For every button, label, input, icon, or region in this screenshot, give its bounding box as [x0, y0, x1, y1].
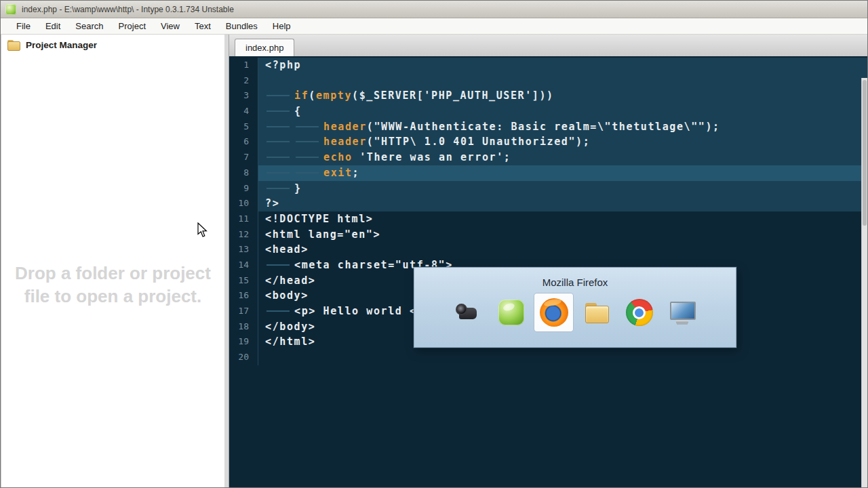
indent-guide — [265, 150, 294, 165]
project-manager-label: Project Manager — [26, 40, 97, 50]
desktop-icon — [668, 299, 696, 326]
alttab-item[interactable] — [577, 293, 616, 331]
tab-label: index.php — [245, 43, 283, 53]
code-line-3[interactable]: 3if(empty($_SERVER['PHP_AUTH_USER'])) — [229, 88, 867, 104]
code-line-12[interactable]: 12<html lang="en"> — [229, 227, 867, 243]
code-line-20[interactable]: 20 — [229, 350, 867, 365]
code-line-1[interactable]: 1<?php — [229, 58, 867, 73]
line-number: 8 — [229, 165, 258, 181]
line-number: 4 — [229, 104, 258, 119]
line-number: 5 — [229, 119, 258, 135]
firefox-icon — [540, 298, 568, 327]
line-number: 9 — [229, 181, 258, 197]
line-number: 18 — [229, 319, 258, 335]
code-line-13[interactable]: 13<head> — [229, 242, 867, 258]
code-line-8[interactable]: 8exit; — [229, 165, 867, 181]
line-number: 15 — [229, 273, 258, 289]
line-number: 14 — [229, 258, 258, 273]
line-number: 1 — [229, 58, 258, 73]
window-title: index.php - E:\wamp\www\http\ - Intype 0… — [22, 5, 234, 14]
line-number: 10 — [229, 196, 258, 211]
project-manager-header[interactable]: Project Manager — [1, 35, 224, 55]
indent-guide — [294, 119, 323, 134]
camcorder-icon — [454, 299, 483, 326]
line-number: 17 — [229, 304, 258, 319]
indent-guide — [265, 181, 294, 196]
indent-guide — [265, 88, 294, 103]
indent-guide — [265, 258, 294, 272]
alttab-overlay: Mozilla Firefox — [414, 267, 736, 348]
alttab-title: Mozilla Firefox — [414, 277, 736, 288]
code-line-11[interactable]: 11<!DOCTYPE html> — [229, 211, 867, 227]
drop-project-hint: Drop a folder or project file to open a … — [14, 262, 212, 308]
alttab-item[interactable] — [492, 293, 530, 331]
line-number: 16 — [229, 288, 258, 304]
folder-icon — [583, 300, 610, 325]
code-line-6[interactable]: 6header("HTTP\ 1.0 401 Unauthorized"); — [229, 134, 867, 150]
panel-splitter[interactable] — [224, 35, 229, 487]
code-line-5[interactable]: 5header("WWW-Authenticate: Basic realm=\… — [229, 119, 867, 135]
menu-item-search[interactable]: Search — [68, 18, 111, 34]
indent-guide — [265, 304, 294, 319]
alttab-item[interactable] — [663, 293, 701, 331]
menu-item-view[interactable]: View — [153, 18, 187, 34]
indent-guide — [294, 134, 323, 149]
editor-scrollbar[interactable] — [861, 78, 867, 487]
menu-item-text[interactable]: Text — [187, 18, 218, 34]
code-line-10[interactable]: 10?> — [229, 196, 867, 211]
code-line-2[interactable]: 2 — [229, 73, 867, 89]
indent-guide — [265, 119, 294, 134]
line-number: 13 — [229, 242, 258, 258]
project-manager-panel: Project Manager Drop a folder or project… — [1, 35, 224, 487]
menu-item-bundles[interactable]: Bundles — [218, 18, 265, 34]
indent-guide — [294, 165, 323, 180]
line-number: 11 — [229, 211, 258, 227]
line-number: 3 — [229, 88, 258, 104]
line-number: 19 — [229, 334, 258, 350]
app-window: index.php - E:\wamp\www\http\ - Intype 0… — [0, 0, 868, 488]
title-bar: index.php - E:\wamp\www\http\ - Intype 0… — [1, 1, 867, 18]
indent-guide — [265, 165, 294, 180]
line-number: 12 — [229, 227, 258, 243]
menu-item-project[interactable]: Project — [111, 18, 153, 34]
code-line-9[interactable]: 9} — [229, 181, 867, 197]
indent-guide — [265, 104, 294, 119]
alttab-item[interactable] — [620, 293, 658, 331]
editor-area: index.php 1<?php23if(empty($_SERVER['PHP… — [229, 35, 867, 487]
chrome-icon — [626, 299, 653, 326]
app-icon — [5, 4, 16, 15]
scrollbar-thumb[interactable] — [863, 80, 867, 226]
menu-item-edit[interactable]: Edit — [38, 18, 68, 34]
menu-item-help[interactable]: Help — [265, 18, 298, 34]
menu-bar: FileEditSearchProjectViewTextBundlesHelp — [1, 18, 867, 35]
tab-index-php[interactable]: index.php — [235, 39, 294, 57]
chrome-icon-center — [633, 306, 646, 319]
folder-icon — [7, 40, 20, 50]
tab-strip: index.php — [229, 35, 867, 56]
line-number: 6 — [229, 134, 258, 150]
indent-guide — [294, 150, 323, 165]
code-line-4[interactable]: 4{ — [229, 104, 867, 119]
line-number: 2 — [229, 73, 258, 89]
mouse-cursor — [197, 222, 211, 241]
alttab-item[interactable] — [449, 293, 488, 331]
indent-guide — [265, 134, 294, 149]
line-number: 20 — [229, 350, 258, 365]
menu-item-file[interactable]: File — [9, 18, 38, 34]
code-line-7[interactable]: 7echo 'There was an error'; — [229, 150, 867, 165]
line-number: 7 — [229, 150, 258, 165]
alttab-icons — [414, 293, 736, 331]
intype-icon — [498, 300, 524, 325]
alttab-selected-item[interactable] — [534, 293, 573, 331]
